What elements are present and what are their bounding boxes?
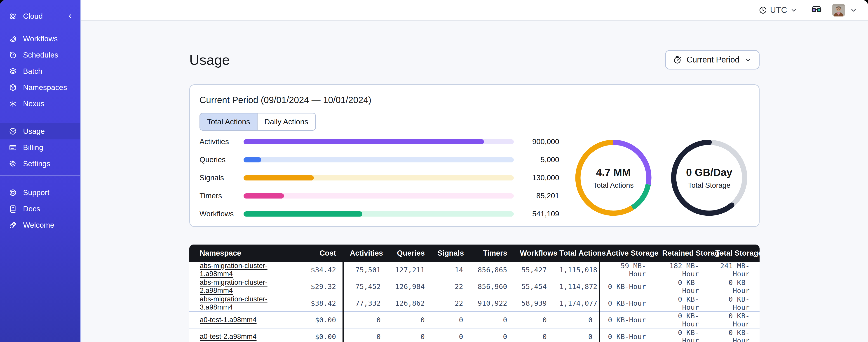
sidebar-item-docs[interactable]: Docs — [0, 201, 80, 217]
bar-label: Timers — [199, 192, 244, 200]
sidebar: Cloud WorkflowsSchedulesBatchNamespacesN… — [0, 0, 81, 342]
sidebar-item-batch[interactable]: Batch — [0, 63, 80, 79]
column-header-cost: Cost — [292, 244, 343, 262]
sidebar-gap — [0, 112, 80, 123]
cell-active-storage: 59 MB-Hour — [599, 262, 656, 278]
total-storage-donut: 0 GB/DayTotal Storage — [671, 139, 748, 216]
cell-cost: $29.32 — [292, 278, 343, 295]
billing-icon — [8, 143, 17, 152]
cell-workflows: 0 — [514, 328, 553, 342]
cell-workflows: 0 — [514, 312, 553, 328]
cell-signals: 0 — [431, 312, 469, 328]
sidebar-item-workflows[interactable]: Workflows — [0, 31, 80, 47]
docs-icon — [8, 205, 17, 213]
user-avatar[interactable] — [832, 4, 845, 16]
cell-total-actions: 0 — [553, 328, 599, 342]
chevron-down-icon — [744, 56, 752, 64]
actions-view-tabs: Total ActionsDaily Actions — [199, 113, 316, 131]
table-body: abs-migration-cluster-1.a98mm4$34.4275,5… — [189, 262, 760, 342]
cell-cost: $0.00 — [292, 328, 343, 342]
sidebar-item-label: Settings — [23, 160, 51, 168]
bar-label: Queries — [199, 156, 244, 164]
column-header-retained-storage: Retained Storage — [656, 244, 709, 262]
period-selector-label: Current Period — [687, 55, 739, 65]
chevron-down-icon — [790, 6, 798, 14]
cell-active-storage: 0 KB-Hour — [599, 312, 656, 328]
feedback-glasses-button[interactable] — [811, 4, 823, 16]
sidebar-item-support[interactable]: Support — [0, 184, 80, 201]
bar-fill — [244, 175, 314, 180]
sidebar-divider — [0, 175, 80, 175]
column-header-total-actions: Total Actions — [553, 244, 599, 262]
sidebar-item-nexus[interactable]: Nexus — [0, 96, 80, 112]
cell-retained-storage: 182 MB-Hour — [656, 262, 709, 278]
column-header-active-storage: Active Storage — [599, 244, 656, 262]
bar-label: Workflows — [199, 210, 244, 218]
clock-icon — [758, 6, 768, 15]
bar-track — [244, 175, 514, 180]
support-icon — [8, 189, 17, 197]
cell-retained-storage: 0 KB-Hour — [656, 328, 709, 342]
stopwatch-icon — [673, 55, 682, 65]
cell-cost: $0.00 — [292, 312, 343, 328]
sidebar-item-label: Support — [23, 189, 50, 197]
cell-workflows: 58,939 — [514, 295, 553, 312]
table-row: abs-migration-cluster-1.a98mm4$34.4275,5… — [189, 262, 760, 278]
bar-track — [244, 139, 514, 144]
usage-bar-queries: Queries5,000 — [199, 156, 559, 164]
donut-value: 0 GB/Day — [686, 166, 733, 178]
bar-fill — [244, 157, 261, 163]
timezone-label: UTC — [770, 5, 787, 15]
column-header-workflows: Workflows — [514, 244, 553, 262]
bar-track — [244, 193, 514, 199]
sidebar-item-welcome[interactable]: Welcome — [0, 217, 80, 233]
cell-total-actions: 1,174,077 — [553, 295, 599, 312]
bar-value: 900,000 — [520, 137, 559, 146]
sidebar-item-settings[interactable]: Settings — [0, 156, 80, 172]
donut-value: 4.7 MM — [596, 166, 630, 178]
cell-total-storage: 0 KB-Hour — [709, 278, 760, 295]
page-title: Usage — [189, 52, 230, 68]
schedules-icon — [8, 51, 17, 59]
sidebar-item-billing[interactable]: Billing — [0, 139, 80, 156]
donut-label: Total Actions — [593, 181, 634, 190]
period-selector-button[interactable]: Current Period — [665, 50, 760, 69]
cell-total-actions: 0 — [553, 312, 599, 328]
timezone-selector[interactable]: UTC — [758, 5, 798, 15]
temporal-logo — [8, 12, 17, 21]
namespace-link[interactable]: abs-migration-cluster-2.a98mm4 — [200, 278, 268, 295]
column-header-signals: Signals — [431, 244, 469, 262]
cell-queries: 126,984 — [387, 278, 431, 295]
cell-retained-storage: 0 KB-Hour — [656, 278, 709, 295]
sidebar-item-namespaces[interactable]: Namespaces — [0, 79, 80, 96]
namespace-link[interactable]: a0-test-2.a98mm4 — [200, 333, 257, 340]
usage-summary-card: Current Period (09/01/2024 — 10/01/2024)… — [189, 84, 760, 227]
cell-total-storage: 0 KB-Hour — [709, 295, 760, 312]
account-menu-chevron-icon[interactable] — [849, 6, 858, 14]
tab-total-actions[interactable]: Total Actions — [200, 113, 257, 130]
namespace-link[interactable]: abs-migration-cluster-3.a98mm4 — [200, 295, 268, 311]
namespace-cell: a0-test-2.a98mm4 — [189, 328, 292, 342]
cell-total-storage: 0 KB-Hour — [709, 328, 760, 342]
cell-total-actions: 1,114,872 — [553, 278, 599, 295]
sidebar-item-label: Billing — [23, 143, 43, 152]
bar-label: Signals — [199, 173, 244, 182]
sidebar-brand: Cloud — [0, 8, 80, 25]
cell-total-actions: 1,115,018 — [553, 262, 599, 278]
cell-timers: 0 — [469, 312, 514, 328]
bar-fill — [244, 193, 284, 199]
cell-workflows: 55,427 — [514, 262, 553, 278]
cell-activities: 0 — [343, 312, 387, 328]
tab-daily-actions[interactable]: Daily Actions — [257, 113, 315, 130]
namespace-link[interactable]: a0-test-1.a98mm4 — [200, 316, 257, 324]
namespace-link[interactable]: abs-migration-cluster-1.a98mm4 — [200, 262, 268, 278]
sidebar-item-schedules[interactable]: Schedules — [0, 47, 80, 63]
cell-timers: 856,960 — [469, 278, 514, 295]
sidebar-item-label: Welcome — [23, 221, 54, 230]
sidebar-item-usage[interactable]: Usage — [0, 123, 80, 139]
cell-activities: 75,452 — [343, 278, 387, 295]
sidebar-item-label: Workflows — [23, 35, 58, 43]
namespace-cell: abs-migration-cluster-2.a98mm4 — [189, 278, 292, 295]
sidebar-collapse-button[interactable] — [67, 13, 74, 20]
bar-track — [244, 157, 514, 163]
